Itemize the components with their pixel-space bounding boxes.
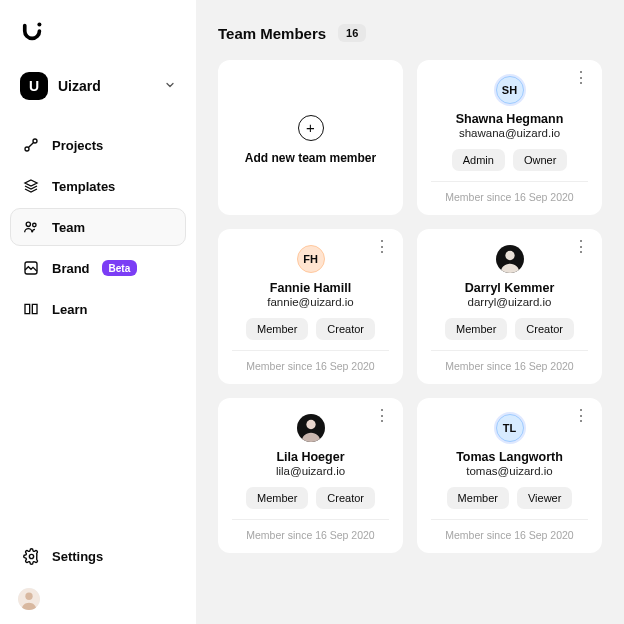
role-badge: Creator <box>515 318 574 340</box>
member-card: ⋮ FH Fannie Hamill fannie@uizard.io Memb… <box>218 229 403 384</box>
workspace-name: Uizard <box>58 78 154 94</box>
svg-point-8 <box>25 593 32 600</box>
member-card: ⋮ SH Shawna Hegmann shawana@uizard.io Ad… <box>417 60 602 215</box>
avatar <box>297 414 325 442</box>
avatar: SH <box>496 76 524 104</box>
member-name: Shawna Hegmann <box>431 112 588 126</box>
chevron-down-icon <box>164 77 176 95</box>
templates-icon <box>22 178 40 194</box>
sidebar-item-settings[interactable]: Settings <box>10 537 186 576</box>
avatar: TL <box>496 414 524 442</box>
members-grid: + Add new team member ⋮ SH Shawna Hegman… <box>218 60 602 553</box>
sidebar-item-brand[interactable]: Brand Beta <box>10 249 186 287</box>
svg-point-2 <box>33 139 37 143</box>
member-roles: Admin Owner <box>431 149 588 171</box>
workspace-switcher[interactable]: U Uizard <box>14 68 182 104</box>
svg-point-1 <box>25 147 29 151</box>
beta-badge: Beta <box>102 260 138 276</box>
member-name: Darryl Kemmer <box>431 281 588 295</box>
svg-point-4 <box>33 223 36 226</box>
member-since: Member since 16 Sep 2020 <box>232 350 389 372</box>
member-card: ⋮ TL Tomas Langworth tomas@uizard.io Mem… <box>417 398 602 553</box>
member-roles: Member Creator <box>431 318 588 340</box>
more-icon[interactable]: ⋮ <box>569 70 592 86</box>
add-member-card[interactable]: + Add new team member <box>218 60 403 215</box>
member-name: Tomas Langworth <box>431 450 588 464</box>
member-roles: Member Viewer <box>431 487 588 509</box>
member-name: Fannie Hamill <box>232 281 389 295</box>
projects-icon <box>22 137 40 153</box>
add-member-label: Add new team member <box>245 151 376 165</box>
more-icon[interactable]: ⋮ <box>569 408 592 424</box>
svg-point-6 <box>29 554 33 558</box>
more-icon[interactable]: ⋮ <box>370 408 393 424</box>
member-card: ⋮ Lila Hoeger lila@uizard.io Member Crea… <box>218 398 403 553</box>
workspace-icon: U <box>20 72 48 100</box>
member-since: Member since 16 Sep 2020 <box>431 181 588 203</box>
page-header: Team Members 16 <box>218 24 602 42</box>
sidebar-item-team[interactable]: Team <box>10 208 186 246</box>
role-badge: Member <box>447 487 509 509</box>
app-logo <box>22 20 186 46</box>
member-email: tomas@uizard.io <box>431 465 588 477</box>
role-badge: Creator <box>316 318 375 340</box>
sidebar-item-label: Templates <box>52 179 115 194</box>
member-name: Lila Hoeger <box>232 450 389 464</box>
sidebar-item-label: Settings <box>52 549 103 564</box>
member-email: fannie@uizard.io <box>232 296 389 308</box>
role-badge: Member <box>445 318 507 340</box>
svg-point-9 <box>505 251 514 260</box>
role-badge: Member <box>246 487 308 509</box>
plus-icon: + <box>298 115 324 141</box>
current-user[interactable] <box>10 588 186 610</box>
role-badge: Creator <box>316 487 375 509</box>
sidebar-nav: Projects Templates Team Brand Beta Learn <box>10 126 186 328</box>
svg-point-3 <box>26 222 30 226</box>
member-since: Member since 16 Sep 2020 <box>431 350 588 372</box>
members-count-badge: 16 <box>338 24 366 42</box>
sidebar-item-learn[interactable]: Learn <box>10 290 186 328</box>
learn-icon <box>22 301 40 317</box>
sidebar-item-projects[interactable]: Projects <box>10 126 186 164</box>
more-icon[interactable]: ⋮ <box>569 239 592 255</box>
sidebar: U Uizard Projects Templates Team Brand <box>0 0 196 624</box>
more-icon[interactable]: ⋮ <box>370 239 393 255</box>
role-badge: Member <box>246 318 308 340</box>
brand-icon <box>22 260 40 276</box>
sidebar-item-label: Learn <box>52 302 87 317</box>
role-badge: Owner <box>513 149 567 171</box>
sidebar-item-label: Team <box>52 220 85 235</box>
sidebar-item-label: Brand <box>52 261 90 276</box>
member-email: shawana@uizard.io <box>431 127 588 139</box>
member-roles: Member Creator <box>232 487 389 509</box>
member-roles: Member Creator <box>232 318 389 340</box>
member-card: ⋮ Darryl Kemmer darryl@uizard.io Member … <box>417 229 602 384</box>
svg-point-10 <box>306 420 315 429</box>
role-badge: Viewer <box>517 487 572 509</box>
role-badge: Admin <box>452 149 505 171</box>
avatar <box>18 588 40 610</box>
sidebar-item-templates[interactable]: Templates <box>10 167 186 205</box>
gear-icon <box>22 548 40 565</box>
avatar: FH <box>297 245 325 273</box>
member-since: Member since 16 Sep 2020 <box>232 519 389 541</box>
team-icon <box>22 219 40 235</box>
member-email: darryl@uizard.io <box>431 296 588 308</box>
sidebar-item-label: Projects <box>52 138 103 153</box>
member-email: lila@uizard.io <box>232 465 389 477</box>
page-title: Team Members <box>218 25 326 42</box>
member-since: Member since 16 Sep 2020 <box>431 519 588 541</box>
avatar <box>496 245 524 273</box>
svg-point-0 <box>37 23 41 27</box>
main-content: Team Members 16 + Add new team member ⋮ … <box>196 0 624 624</box>
